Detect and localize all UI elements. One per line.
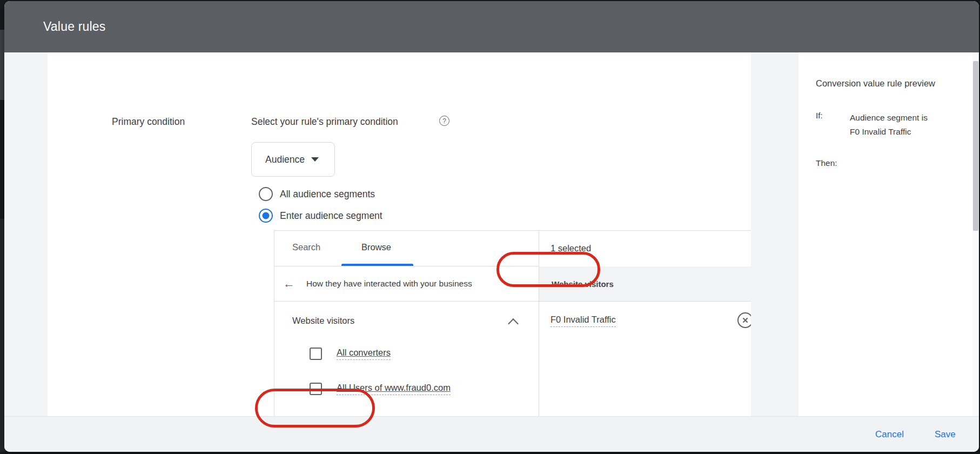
selected-item-f0-invalid-traffic: F0 Invalid Traffic ✕ <box>551 312 751 329</box>
radio-icon[interactable] <box>259 187 273 201</box>
preview-if-line1: Audience segment is <box>850 113 928 122</box>
primary-condition-heading: Select your rule's primary condition <box>251 116 398 128</box>
dialog-title: Value rules <box>43 19 106 34</box>
cancel-button[interactable]: Cancel <box>872 427 907 442</box>
radio-enter-audience-segment[interactable]: Enter audience segment <box>259 208 382 223</box>
dialog-footer: Cancel Save <box>4 416 979 452</box>
help-icon[interactable]: ? <box>439 116 449 126</box>
primary-condition-label: Primary condition <box>112 116 185 128</box>
primary-condition-card: Primary condition Select your rule's pri… <box>48 52 751 416</box>
active-tab-underline <box>341 264 413 266</box>
radio-label: Enter audience segment <box>280 210 382 222</box>
conversion-value-rule-preview: Conversion value rule preview If: Audien… <box>798 52 972 416</box>
checkbox-unchecked[interactable] <box>310 348 322 360</box>
save-button[interactable]: Save <box>931 427 959 442</box>
preview-title: Conversion value rule preview <box>816 78 935 89</box>
group-title: Website visitors <box>292 316 354 326</box>
condition-type-value: Audience <box>265 154 305 165</box>
preview-if-value: Audience segment is F0 Invalid Traffic <box>850 111 963 139</box>
breadcrumb: How they have interacted with your busin… <box>306 279 472 289</box>
list-item-label[interactable]: All converters <box>337 348 391 360</box>
condition-type-dropdown[interactable]: Audience <box>251 142 335 177</box>
tab-search[interactable]: Search <box>292 242 320 252</box>
radio-icon-selected[interactable] <box>259 209 273 223</box>
preview-then-label: Then: <box>816 158 837 168</box>
scrollbar-track[interactable] <box>972 52 979 416</box>
selected-item-label[interactable]: F0 Invalid Traffic <box>551 315 616 327</box>
preview-if-line2: F0 Invalid Traffic <box>850 127 911 136</box>
dialog-header: Value rules <box>4 1 979 52</box>
chevron-down-icon <box>311 157 319 162</box>
remove-icon[interactable]: ✕ <box>737 312 751 328</box>
scrollbar-thumb[interactable] <box>973 61 978 231</box>
radio-label: All audience segments <box>280 189 375 200</box>
tab-browse[interactable]: Browse <box>361 242 391 252</box>
annotation-circle-checked-item <box>255 389 375 428</box>
screen: Value rules Primary condition Select you… <box>0 0 980 454</box>
list-item-all-converters[interactable]: All converters <box>310 345 391 362</box>
annotation-circle-selected-item <box>496 252 600 287</box>
chevron-up-icon[interactable] <box>509 318 517 325</box>
radio-all-audience-segments[interactable]: All audience segments <box>259 186 375 202</box>
back-arrow-icon[interactable]: ← <box>283 278 295 290</box>
value-rules-dialog: Value rules Primary condition Select you… <box>4 1 979 452</box>
preview-if-label: If: <box>816 111 823 121</box>
group-header-website-visitors[interactable]: Website visitors <box>292 312 525 329</box>
